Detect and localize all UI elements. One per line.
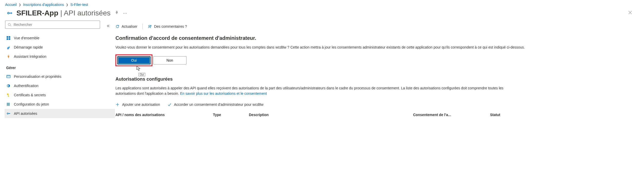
sidebar-item-branding[interactable]: Personnalisation et propriétés bbox=[5, 72, 115, 81]
sidebar-item-integration-assistant[interactable]: Assistant Intégration bbox=[5, 52, 115, 61]
sidebar: Vue d'ensemble Démarrage rapide Assistan… bbox=[0, 21, 100, 118]
svg-point-13 bbox=[8, 55, 9, 56]
search-input[interactable] bbox=[5, 21, 100, 29]
sidebar-item-label: Assistant Intégration bbox=[14, 54, 46, 59]
svg-point-23 bbox=[7, 113, 8, 114]
svg-line-7 bbox=[10, 25, 11, 26]
pin-icon[interactable] bbox=[115, 11, 119, 16]
prompt-body: Voulez-vous donner le consentement pour … bbox=[115, 45, 623, 50]
quickstart-icon bbox=[6, 45, 11, 50]
svg-rect-19 bbox=[8, 96, 9, 97]
svg-point-26 bbox=[149, 25, 150, 27]
learn-more-link[interactable]: En savoir plus sur les autorisations et … bbox=[180, 91, 267, 96]
yes-button[interactable]: Oui bbox=[117, 56, 151, 64]
svg-point-0 bbox=[7, 12, 9, 14]
svg-point-6 bbox=[8, 23, 11, 26]
api-permissions-icon bbox=[5, 9, 14, 17]
page-title: SFILER-App | API autorisées bbox=[16, 9, 111, 17]
main-content: Actualiser Des commentaires ? Confirmati… bbox=[115, 21, 644, 118]
permissions-table-header: API / noms des autorisations Type Descri… bbox=[115, 111, 636, 118]
branding-icon bbox=[6, 74, 11, 79]
col-type[interactable]: Type bbox=[213, 113, 249, 117]
sidebar-item-quickstart[interactable]: Démarrage rapide bbox=[5, 43, 115, 52]
sidebar-item-api-permissions[interactable]: API autorisées bbox=[5, 109, 115, 118]
breadcrumb-app-registrations[interactable]: Inscriptions d'applications bbox=[23, 3, 64, 7]
breadcrumb-home[interactable]: Accueil bbox=[5, 3, 17, 7]
breadcrumb: Accueil ❯ Inscriptions d'applications ❯ … bbox=[0, 0, 644, 7]
refresh-button[interactable]: Actualiser bbox=[115, 24, 137, 29]
prompt-title: Confirmation d'accord de consentement d'… bbox=[115, 35, 636, 41]
sidebar-item-label: Vue d'ensemble bbox=[14, 36, 39, 40]
breadcrumb-app[interactable]: S-FIler-test bbox=[70, 3, 88, 7]
search-icon bbox=[8, 23, 11, 26]
svg-point-27 bbox=[150, 25, 151, 26]
check-icon bbox=[167, 102, 171, 107]
plus-icon bbox=[115, 102, 120, 107]
page-header: SFILER-App | API autorisées ⋯ bbox=[0, 7, 644, 21]
svg-point-12 bbox=[9, 46, 9, 47]
rocket-icon bbox=[6, 54, 11, 59]
divider bbox=[142, 24, 143, 29]
col-status[interactable]: Statut bbox=[490, 113, 526, 117]
overview-icon bbox=[6, 36, 11, 40]
sidebar-item-certificates-secrets[interactable]: Certificats & secrets bbox=[5, 90, 115, 100]
svg-rect-9 bbox=[9, 36, 10, 38]
key-icon bbox=[6, 93, 11, 97]
grant-admin-consent-button[interactable]: Accorder un consentement d'administrateu… bbox=[167, 102, 264, 107]
section-description: Les applications sont autorisées à appel… bbox=[115, 86, 521, 96]
sidebar-item-label: API autorisées bbox=[14, 111, 37, 116]
authentication-icon bbox=[6, 83, 11, 88]
refresh-icon bbox=[115, 24, 120, 29]
svg-rect-8 bbox=[7, 36, 8, 38]
more-icon[interactable]: ⋯ bbox=[123, 11, 127, 16]
feedback-icon bbox=[148, 24, 152, 29]
sidebar-item-label: Configuration du jeton bbox=[14, 102, 49, 106]
sidebar-item-overview[interactable]: Vue d'ensemble bbox=[5, 33, 115, 43]
collapse-sidebar-icon[interactable] bbox=[106, 25, 110, 29]
tooltip: Oui bbox=[139, 73, 145, 76]
highlight-box: Oui bbox=[115, 54, 152, 66]
add-permission-button[interactable]: Ajouter une autorisation bbox=[115, 102, 160, 107]
svg-rect-20 bbox=[7, 103, 7, 106]
svg-rect-11 bbox=[9, 38, 10, 40]
toolbar-label: Actualiser bbox=[122, 24, 137, 29]
chevron-right-icon: ❯ bbox=[19, 3, 21, 6]
cursor-icon bbox=[136, 66, 141, 72]
chevron-right-icon: ❯ bbox=[66, 3, 68, 6]
svg-rect-14 bbox=[7, 75, 10, 78]
cmd-label: Accorder un consentement d'administrateu… bbox=[174, 102, 264, 107]
sidebar-item-label: Authentification bbox=[14, 84, 38, 88]
configured-permissions-section: Autorisations configurées Les applicatio… bbox=[115, 77, 636, 118]
sidebar-item-label: Personnalisation et propriétés bbox=[14, 74, 61, 79]
sidebar-item-label: Certificats & secrets bbox=[14, 93, 46, 97]
svg-rect-10 bbox=[7, 38, 8, 40]
token-icon bbox=[6, 102, 11, 107]
section-title: Autorisations configurées bbox=[115, 77, 636, 82]
col-description[interactable]: Description bbox=[249, 113, 413, 117]
col-admin-consent[interactable]: Consentement de l'a... bbox=[413, 113, 490, 117]
permissions-command-bar: Ajouter une autorisation Accorder un con… bbox=[115, 102, 636, 107]
close-icon[interactable] bbox=[627, 9, 634, 17]
sidebar-item-token-configuration[interactable]: Configuration du jeton bbox=[5, 100, 115, 109]
svg-rect-21 bbox=[8, 103, 8, 106]
col-api-name[interactable]: API / noms des autorisations bbox=[115, 113, 213, 117]
sidebar-item-authentication[interactable]: Authentification bbox=[5, 81, 115, 90]
api-permissions-icon bbox=[6, 111, 11, 116]
cmd-label: Ajouter une autorisation bbox=[122, 102, 160, 107]
sidebar-group-manage: Gérer bbox=[6, 66, 100, 70]
no-button[interactable]: Non bbox=[153, 56, 187, 64]
consent-confirmation-panel: Confirmation d'accord de consentement d'… bbox=[115, 33, 636, 69]
sidebar-item-label: Démarrage rapide bbox=[14, 45, 43, 49]
feedback-button[interactable]: Des commentaires ? bbox=[148, 24, 187, 29]
toolbar: Actualiser Des commentaires ? bbox=[115, 21, 636, 33]
svg-rect-22 bbox=[9, 103, 9, 106]
toolbar-label: Des commentaires ? bbox=[154, 24, 187, 29]
